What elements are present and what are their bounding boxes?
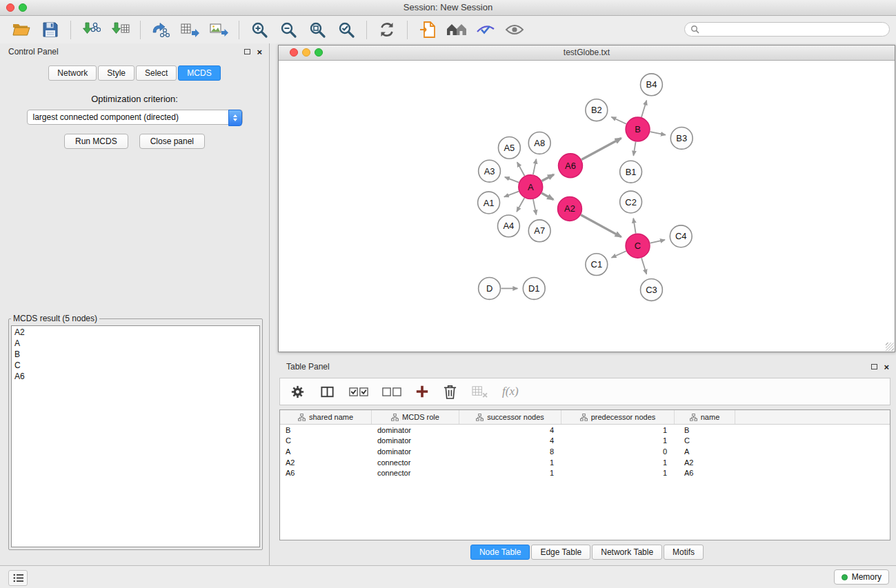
deselect-all-button[interactable] <box>382 386 401 398</box>
edge-B-B2[interactable] <box>611 117 626 124</box>
control-tab-select[interactable]: Select <box>136 65 177 81</box>
node-A[interactable]: A <box>519 175 543 199</box>
network-graph[interactable]: B4B2BB3A5A8A6B1A3AC2A1A2A4A7C4CC1C3DD1 <box>279 61 895 352</box>
node-A4[interactable]: A4 <box>497 215 519 237</box>
table-row[interactable]: Bdominator41B <box>280 425 890 436</box>
edge-A-A2[interactable] <box>541 193 553 199</box>
edge-C-C1[interactable] <box>612 251 626 258</box>
export-table-button[interactable] <box>179 19 201 41</box>
edge-A-A3[interactable] <box>505 177 519 183</box>
zoom-out-button[interactable] <box>277 19 299 41</box>
edge-A-A6[interactable] <box>542 174 554 181</box>
column-header-predecessor-nodes[interactable]: predecessor nodes <box>561 410 675 424</box>
float-panel-icon[interactable] <box>244 49 250 54</box>
table-tab-motifs[interactable]: Motifs <box>664 545 704 560</box>
zoom-in-button[interactable] <box>248 19 270 41</box>
node-C4[interactable]: C4 <box>670 225 692 247</box>
edge-C-C3[interactable] <box>641 258 646 274</box>
mcds-result-item[interactable]: A <box>14 338 257 349</box>
zoom-fit-button[interactable] <box>306 19 328 41</box>
control-tab-network[interactable]: Network <box>48 65 97 81</box>
table-row[interactable]: Adominator80A <box>280 446 890 457</box>
close-window-button[interactable] <box>6 3 14 12</box>
zoom-window-button[interactable] <box>19 3 27 12</box>
node-D[interactable]: D <box>479 278 501 300</box>
node-A7[interactable]: A7 <box>528 220 550 242</box>
node-A3[interactable]: A3 <box>479 160 501 182</box>
node-A2[interactable]: A2 <box>558 197 582 221</box>
node-A5[interactable]: A5 <box>498 136 520 159</box>
new-network-button[interactable] <box>150 19 172 41</box>
save-session-button[interactable] <box>39 19 61 41</box>
search-input[interactable] <box>703 24 884 35</box>
control-tab-style[interactable]: Style <box>98 65 135 81</box>
show-hide-button[interactable] <box>504 19 526 41</box>
node-B[interactable]: B <box>626 117 650 141</box>
network-window-titlebar[interactable]: testGlobe.txt <box>279 45 895 61</box>
close-panel-button[interactable]: Close panel <box>139 134 205 149</box>
mcds-result-item[interactable]: C <box>14 360 257 371</box>
node-C1[interactable]: C1 <box>586 254 608 276</box>
node-C[interactable]: C <box>626 234 650 258</box>
mcds-result-item[interactable]: A2 <box>14 327 257 338</box>
edge-B-B3[interactable] <box>650 132 666 135</box>
node-A1[interactable]: A1 <box>478 192 500 214</box>
node-B3[interactable]: B3 <box>670 128 693 150</box>
refresh-layout-button[interactable] <box>376 19 398 41</box>
show-columns-button[interactable] <box>319 384 335 400</box>
column-header-name[interactable]: name <box>675 410 735 424</box>
table-row[interactable]: A6connector11A6 <box>280 467 890 478</box>
node-B2[interactable]: B2 <box>586 99 608 121</box>
network-canvas[interactable]: B4B2BB3A5A8A6B1A3AC2A1A2A4A7C4CC1C3DD1 <box>279 61 895 352</box>
delete-column-button[interactable] <box>443 384 457 400</box>
criterion-select[interactable]: largest connected component (directed) <box>27 110 243 125</box>
add-column-button[interactable] <box>415 385 429 398</box>
edge-A6-B[interactable] <box>581 139 621 160</box>
import-document-button[interactable] <box>417 19 439 41</box>
network-minimize-button[interactable] <box>302 48 310 57</box>
table-tab-edge-table[interactable]: Edge Table <box>531 545 590 560</box>
edge-A-A7[interactable] <box>533 199 537 214</box>
edge-A-A4[interactable] <box>517 198 524 212</box>
edge-A-A5[interactable] <box>517 162 525 176</box>
control-tab-mcds[interactable]: MCDS <box>178 65 220 81</box>
close-table-panel-icon[interactable]: × <box>884 363 889 372</box>
mcds-result-item[interactable]: A6 <box>14 371 257 382</box>
network-zoom-button[interactable] <box>315 48 323 57</box>
column-header-MCDS-role[interactable]: MCDS role <box>372 410 459 424</box>
node-C3[interactable]: C3 <box>641 279 663 301</box>
network-close-button[interactable] <box>290 48 298 57</box>
resize-grip[interactable] <box>886 343 894 351</box>
import-table-button[interactable] <box>109 19 131 41</box>
table-tab-node-table[interactable]: Node Table <box>470 545 530 560</box>
edge-C-C2[interactable] <box>633 219 635 234</box>
edge-C-C4[interactable] <box>650 240 665 243</box>
open-session-button[interactable] <box>10 19 32 41</box>
mcds-result-item[interactable]: B <box>14 349 257 360</box>
edge-A-A1[interactable] <box>504 192 519 197</box>
edge-B-B1[interactable] <box>633 142 635 156</box>
node-A6[interactable]: A6 <box>559 154 583 178</box>
edge-A-A8[interactable] <box>533 159 537 174</box>
edge-B-B4[interactable] <box>641 101 646 117</box>
status-menu-button[interactable] <box>8 570 28 586</box>
function-builder-button[interactable]: f(x) <box>502 385 519 398</box>
export-image-button[interactable] <box>208 19 230 41</box>
zoom-selected-button[interactable] <box>335 19 357 41</box>
node-A8[interactable]: A8 <box>528 132 550 154</box>
float-table-panel-icon[interactable] <box>871 364 877 369</box>
home-panels-button[interactable] <box>446 19 468 41</box>
select-all-button[interactable] <box>349 386 368 398</box>
delete-table-button[interactable] <box>471 385 488 399</box>
edge-A2-C[interactable] <box>581 215 621 237</box>
node-B4[interactable]: B4 <box>641 74 663 96</box>
node-D1[interactable]: D1 <box>523 278 545 300</box>
table-row[interactable]: Cdominator41C <box>280 436 890 447</box>
run-mcds-button[interactable]: Run MCDS <box>64 134 128 149</box>
node-C2[interactable]: C2 <box>620 191 642 213</box>
column-header-shared-name[interactable]: shared name <box>280 410 372 424</box>
column-header-successor-nodes[interactable]: successor nodes <box>459 410 561 424</box>
toolbar-search[interactable] <box>684 22 890 37</box>
validate-button[interactable] <box>475 19 497 41</box>
mcds-result-list[interactable]: A2ABCA6 <box>11 325 260 547</box>
